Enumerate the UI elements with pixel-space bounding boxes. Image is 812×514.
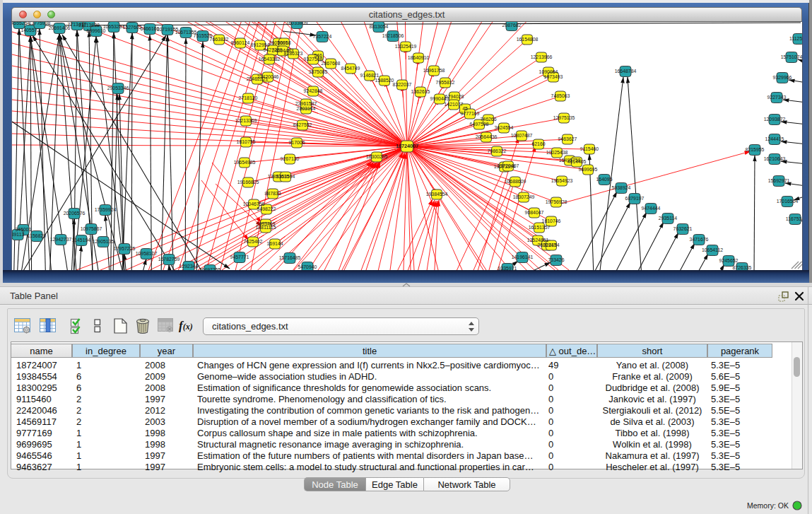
svg-text:19218506: 19218506 bbox=[382, 33, 404, 38]
svg-text:16648784: 16648784 bbox=[615, 69, 637, 74]
svg-text:7632621: 7632621 bbox=[673, 226, 693, 231]
svg-text:1810746: 1810746 bbox=[542, 218, 561, 223]
svg-text:12975135: 12975135 bbox=[553, 115, 575, 120]
svg-text:1167534: 1167534 bbox=[786, 216, 802, 221]
svg-text:17359924: 17359924 bbox=[95, 207, 117, 212]
svg-text:10046756: 10046756 bbox=[243, 201, 265, 206]
svg-text:7357224: 7357224 bbox=[313, 34, 332, 39]
svg-text:8960124: 8960124 bbox=[231, 40, 250, 45]
svg-text:18724007: 18724007 bbox=[396, 143, 418, 149]
svg-text:4014405: 4014405 bbox=[567, 159, 587, 164]
svg-text:19654923: 19654923 bbox=[551, 178, 573, 183]
svg-text:9115460: 9115460 bbox=[580, 146, 599, 151]
svg-text:14196141: 14196141 bbox=[512, 255, 534, 259]
svg-text:9267130: 9267130 bbox=[281, 156, 300, 161]
svg-text:9777169: 9777169 bbox=[461, 111, 480, 116]
svg-text:9327508: 9327508 bbox=[304, 57, 323, 62]
svg-text:15751074: 15751074 bbox=[781, 54, 802, 59]
svg-text:8912954: 8912954 bbox=[251, 42, 270, 47]
svg-text:12213369: 12213369 bbox=[235, 118, 257, 123]
svg-text:1244415: 1244415 bbox=[765, 136, 784, 141]
svg-text:15716485: 15716485 bbox=[279, 255, 301, 260]
svg-text:12942737: 12942737 bbox=[50, 237, 72, 242]
svg-text:2803144: 2803144 bbox=[297, 106, 316, 111]
svg-text:21113838: 21113838 bbox=[78, 23, 100, 28]
svg-text:12213966: 12213966 bbox=[531, 54, 553, 59]
svg-text:2935114: 2935114 bbox=[659, 216, 677, 221]
svg-text:1156829: 1156829 bbox=[28, 233, 46, 238]
svg-text:733426: 733426 bbox=[548, 257, 565, 262]
svg-text:1527602: 1527602 bbox=[123, 25, 142, 30]
svg-text:9329966: 9329966 bbox=[773, 75, 792, 80]
svg-text:10653287: 10653287 bbox=[103, 24, 125, 29]
svg-text:16961758: 16961758 bbox=[423, 68, 445, 73]
svg-text:16782759: 16782759 bbox=[158, 257, 180, 262]
svg-text:17016504: 17016504 bbox=[777, 199, 799, 204]
svg-text:62160: 62160 bbox=[531, 141, 545, 146]
svg-text:8322037: 8322037 bbox=[393, 82, 412, 87]
svg-text:45: 45 bbox=[462, 106, 468, 111]
svg-text:917006: 917006 bbox=[289, 140, 305, 145]
svg-text:20564436: 20564436 bbox=[476, 134, 498, 139]
svg-text:15720407: 15720407 bbox=[498, 163, 519, 168]
svg-text:3624554: 3624554 bbox=[495, 125, 514, 130]
svg-text:18300295: 18300295 bbox=[366, 154, 388, 159]
svg-text:8813054: 8813054 bbox=[370, 24, 389, 29]
svg-text:922154: 922154 bbox=[543, 243, 560, 247]
svg-text:13325419: 13325419 bbox=[395, 44, 417, 49]
svg-text:887833: 887833 bbox=[265, 191, 281, 196]
svg-text:7986322: 7986322 bbox=[488, 148, 507, 153]
svg-text:7663822: 7663822 bbox=[210, 37, 229, 42]
svg-text:19384554: 19384554 bbox=[426, 192, 448, 197]
svg-text:8186323: 8186323 bbox=[284, 51, 303, 56]
svg-text:16210643: 16210643 bbox=[764, 156, 786, 161]
svg-text:5498222: 5498222 bbox=[257, 206, 276, 211]
svg-text:9146821: 9146821 bbox=[360, 73, 379, 78]
svg-text:7625402: 7625402 bbox=[244, 239, 263, 244]
svg-text:2087682: 2087682 bbox=[502, 23, 522, 28]
svg-text:1112543: 1112543 bbox=[789, 36, 802, 41]
svg-text:9242848: 9242848 bbox=[304, 88, 323, 93]
svg-text:3471676: 3471676 bbox=[690, 237, 709, 242]
svg-text:1810755: 1810755 bbox=[237, 139, 256, 144]
svg-text:6999610: 6999610 bbox=[87, 28, 106, 33]
svg-text:9227343: 9227343 bbox=[767, 95, 787, 100]
svg-text:8427552: 8427552 bbox=[293, 122, 312, 127]
svg-text:3875085: 3875085 bbox=[309, 69, 328, 74]
svg-text:18307249: 18307249 bbox=[513, 194, 535, 199]
svg-text:9457771: 9457771 bbox=[230, 255, 249, 259]
svg-text:23961587: 23961587 bbox=[295, 101, 317, 106]
svg-text:345001: 345001 bbox=[16, 227, 32, 232]
svg-text:1405572: 1405572 bbox=[21, 28, 40, 33]
svg-text:10807487: 10807487 bbox=[511, 133, 533, 138]
svg-text:19756928: 19756928 bbox=[546, 199, 567, 204]
svg-text:1973493: 1973493 bbox=[544, 74, 563, 79]
svg-text:25462221: 25462221 bbox=[247, 76, 269, 81]
svg-text:169144: 169144 bbox=[267, 241, 283, 246]
svg-text:14555254: 14555254 bbox=[12, 22, 30, 25]
svg-text:13524851: 13524851 bbox=[527, 238, 549, 243]
svg-text:29053346: 29053346 bbox=[107, 86, 129, 90]
svg-text:9474444: 9474444 bbox=[642, 206, 661, 211]
svg-text:5938924: 5938924 bbox=[612, 185, 631, 190]
svg-text:1588520: 1588520 bbox=[375, 78, 394, 83]
svg-text:18640910: 18640910 bbox=[408, 55, 430, 60]
svg-text:19166825: 19166825 bbox=[237, 180, 259, 185]
svg-text:10025438: 10025438 bbox=[546, 150, 568, 155]
svg-text:7485063: 7485063 bbox=[551, 93, 570, 98]
svg-text:8454749: 8454749 bbox=[341, 66, 360, 71]
svg-text:26058: 26058 bbox=[277, 40, 290, 45]
svg-text:17957225: 17957225 bbox=[114, 246, 136, 251]
svg-text:5470940: 5470940 bbox=[298, 264, 317, 269]
svg-text:9463627: 9463627 bbox=[558, 136, 577, 141]
svg-text:39113: 39113 bbox=[12, 232, 24, 237]
svg-text:12093872: 12093872 bbox=[764, 117, 786, 122]
svg-text:10654112: 10654112 bbox=[702, 247, 723, 252]
svg-text:13775938: 13775938 bbox=[29, 22, 51, 25]
svg-text:6879197: 6879197 bbox=[625, 196, 645, 201]
svg-text:16033809: 16033809 bbox=[286, 22, 308, 25]
svg-text:9245652: 9245652 bbox=[719, 258, 739, 263]
svg-text:15692971: 15692971 bbox=[768, 178, 790, 183]
svg-text:6497508: 6497508 bbox=[470, 122, 489, 127]
svg-text:16151357: 16151357 bbox=[529, 225, 551, 230]
